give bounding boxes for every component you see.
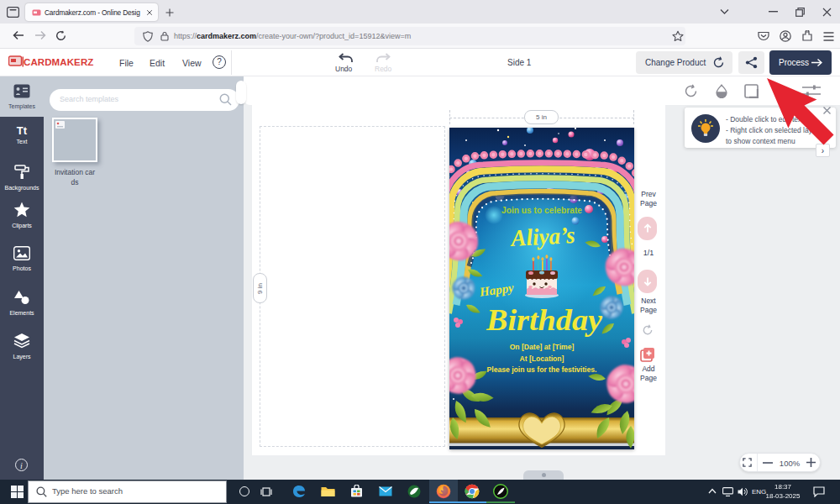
svg-text:Birthday: Birthday	[486, 303, 603, 337]
svg-text:Please join us for the festivi: Please join us for the festivities.	[487, 365, 597, 374]
svg-text:Join us to celebrate: Join us to celebrate	[501, 205, 582, 215]
svg-text:At [Location]: At [Location]	[520, 354, 564, 363]
svg-text:Aliya’s: Aliya’s	[509, 222, 576, 251]
svg-text:On [Date] at [Time]: On [Date] at [Time]	[510, 343, 575, 351]
